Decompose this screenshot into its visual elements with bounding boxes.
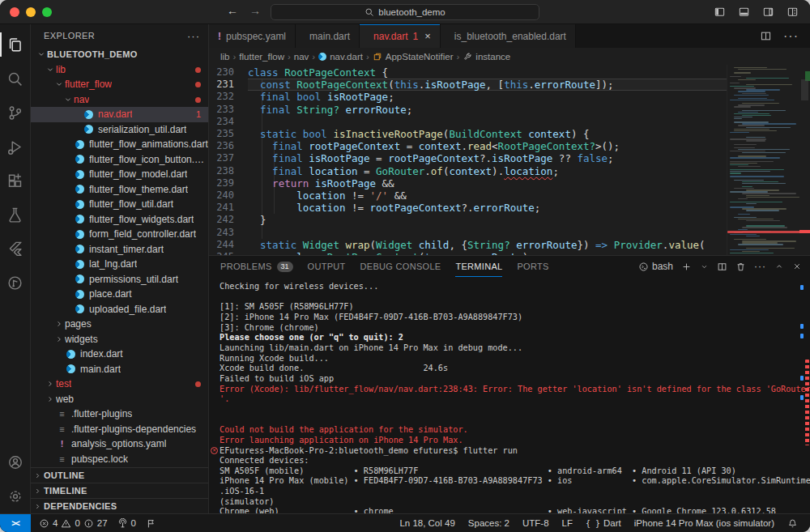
terminal-profile[interactable]: bash <box>638 261 673 272</box>
history-back-icon[interactable]: ← <box>227 4 238 17</box>
activity-settings[interactable] <box>0 479 31 513</box>
split-editor-icon[interactable] <box>760 30 772 42</box>
status-ln-18-col-49[interactable]: Ln 18, Col 49 <box>395 518 458 528</box>
activity-search[interactable] <box>0 62 31 96</box>
tree-item-flutter_flow_util.dart[interactable]: flutter_flow_util.dart <box>31 197 208 212</box>
activity-testing[interactable] <box>0 198 31 232</box>
status-iphone-14-pro-max-ios-simulator-[interactable]: iPhone 14 Pro Max (ios simulator) <box>630 518 778 528</box>
maximize-panel-icon[interactable] <box>774 262 784 271</box>
tree-item-serialization_util.dart[interactable]: serialization_util.dart <box>31 122 208 138</box>
status-lf[interactable]: LF <box>558 518 577 528</box>
explorer-more-actions-icon[interactable]: ··· <box>187 30 200 42</box>
scrollbar-thumb[interactable] <box>801 79 808 100</box>
tree-item-flutter_flow_animations.dart[interactable]: flutter_flow_animations.dart <box>31 137 208 152</box>
warning-icon <box>61 518 71 529</box>
tree-item-main.dart[interactable]: main.dart <box>31 362 208 377</box>
remote-indicator[interactable]: >< <box>0 514 31 532</box>
panel-tab-debug-console[interactable]: DEBUG CONSOLE <box>360 256 441 277</box>
customize-layout-icon[interactable] <box>787 6 799 18</box>
tree-item-index.dart[interactable]: index.dart <box>31 347 208 362</box>
activity-dart-devtools[interactable] <box>0 266 31 300</box>
launch-profile-chevron-icon[interactable] <box>700 262 709 271</box>
toggle-primary-sidebar-icon[interactable] <box>714 6 726 18</box>
close-tab-icon[interactable]: × <box>424 30 431 42</box>
sidebar-section-dependencies[interactable]: DEPENDENCIES <box>31 498 208 513</box>
code-editor[interactable]: 2302312322332342352362372382392402412422… <box>209 65 810 255</box>
problems-status[interactable]: 4027 <box>34 514 113 532</box>
panel-tab-terminal[interactable]: TERMINAL <box>455 256 502 277</box>
sidebar-section-timeline[interactable]: TIMELINE <box>31 483 208 498</box>
tree-item-nav[interactable]: nav <box>31 92 208 108</box>
status-dart[interactable]: { }Dart <box>582 518 625 528</box>
breadcrumb-item-AppStateNotifier[interactable]: AppStateNotifier <box>373 52 454 62</box>
activity-extensions[interactable] <box>0 164 31 198</box>
tree-item-lat_lng.dart[interactable]: lat_lng.dart <box>31 257 208 272</box>
breadcrumb-item-instance[interactable]: instance <box>463 52 510 62</box>
minimap[interactable] <box>727 65 799 255</box>
activity-run-and-debug[interactable] <box>0 130 31 164</box>
tree-item-nav.dart[interactable]: nav.dart1 <box>31 107 208 122</box>
terminal-output[interactable]: Checking for wireless devices... [1]: SM… <box>209 277 810 513</box>
tree-item-instant_timer.dart[interactable]: instant_timer.dart <box>31 242 208 257</box>
tree-item-place.dart[interactable]: place.dart <box>31 287 208 302</box>
split-terminal-icon[interactable] <box>717 262 727 272</box>
tree-item-analysis_options.yaml[interactable]: !analysis_options.yaml <box>31 436 208 452</box>
history-forward-icon[interactable]: → <box>249 4 261 17</box>
tree-item-form_field_controller.dart[interactable]: form_field_controller.dart <box>31 227 208 242</box>
toggle-secondary-sidebar-icon[interactable] <box>762 6 774 18</box>
close-window-button[interactable] <box>10 7 19 17</box>
panel-tab-problems[interactable]: PROBLEMS31 <box>220 256 293 277</box>
notifications-bell-icon[interactable] <box>783 518 802 529</box>
tree-item-flutter_flow_theme.dart[interactable]: flutter_flow_theme.dart <box>31 182 208 198</box>
tab-is_bluetooth_enabled.dart[interactable]: is_bluetooth_enabled.dart <box>441 24 576 48</box>
terminal-line: Failed to build iOS app <box>220 374 807 385</box>
status-spaces-2[interactable]: Spaces: 2 <box>464 518 514 528</box>
editor-more-actions-icon[interactable]: ··· <box>783 29 799 44</box>
tree-item-pages[interactable]: pages <box>31 317 208 332</box>
tree-item-flutter_flow_icon_button.dart[interactable]: flutter_flow_icon_button.dart <box>31 152 208 168</box>
terminal-decoration <box>800 334 804 338</box>
tree-item-flutter_flow_model.dart[interactable]: flutter_flow_model.dart <box>31 167 208 182</box>
config-file-icon: ≡ <box>59 409 64 419</box>
minimize-window-button[interactable] <box>26 7 36 17</box>
activity-source-control[interactable] <box>0 96 31 130</box>
breadcrumb-item-flutter_flow[interactable]: flutter_flow <box>239 52 284 62</box>
tree-item-widgets[interactable]: widgets <box>31 332 208 347</box>
ports-status[interactable]: 0 <box>113 514 141 532</box>
command-center-search[interactable]: bluetooth_demo <box>271 4 539 20</box>
tree-item-pubspec.lock[interactable]: ≡pubspec.lock <box>31 452 208 467</box>
chevron-right-icon <box>54 334 64 344</box>
tree-item-test[interactable]: test <box>31 377 208 392</box>
activity-flutter[interactable] <box>0 232 31 266</box>
new-terminal-icon[interactable] <box>681 262 692 272</box>
terminal-line: '. <box>220 394 807 405</box>
tab-nav.dart[interactable]: nav.dart1× <box>360 24 441 48</box>
tree-item-.flutter-plugins-dependencies[interactable]: ≡.flutter-plugins-dependencies <box>31 422 208 437</box>
close-panel-icon[interactable] <box>792 262 802 271</box>
breadcrumb-item-lib[interactable]: lib <box>220 52 230 62</box>
toggle-panel-icon[interactable] <box>738 6 750 18</box>
activity-explorer[interactable] <box>0 28 31 62</box>
tab-pubspec.yaml[interactable]: !pubspec.yaml <box>209 24 296 48</box>
breadcrumb-item-nav[interactable]: nav <box>294 52 309 62</box>
tree-item-permissions_util.dart[interactable]: permissions_util.dart <box>31 272 208 287</box>
breadcrumb-item-nav.dart[interactable]: nav.dart <box>318 52 363 62</box>
tree-item-.flutter-plugins[interactable]: ≡.flutter-plugins <box>31 406 208 422</box>
tree-item-flutter_flow[interactable]: flutter_flow <box>31 77 208 92</box>
tab-main.dart[interactable]: main.dart <box>296 24 360 48</box>
flag-status-icon[interactable] <box>141 514 161 532</box>
panel-tab-output[interactable]: OUTPUT <box>308 256 346 277</box>
kill-terminal-icon[interactable] <box>735 262 746 272</box>
panel-more-actions-icon[interactable]: ··· <box>754 261 766 272</box>
zoom-window-button[interactable] <box>42 7 52 17</box>
status-utf-8[interactable]: UTF-8 <box>518 518 553 528</box>
activity-accounts[interactable] <box>0 445 31 479</box>
sidebar-section-outline[interactable]: OUTLINE <box>31 467 208 483</box>
yaml-file-icon: ! <box>61 439 64 449</box>
panel-tab-ports[interactable]: PORTS <box>517 256 548 277</box>
tree-item-flutter_flow_widgets.dart[interactable]: flutter_flow_widgets.dart <box>31 212 208 228</box>
tree-item-web[interactable]: web <box>31 392 208 407</box>
tree-item-lib[interactable]: lib <box>31 62 208 78</box>
tree-item-uploaded_file.dart[interactable]: uploaded_file.dart <box>31 302 208 317</box>
tree-item-BLUETOOTH_DEMO[interactable]: BLUETOOTH_DEMO <box>31 47 208 62</box>
